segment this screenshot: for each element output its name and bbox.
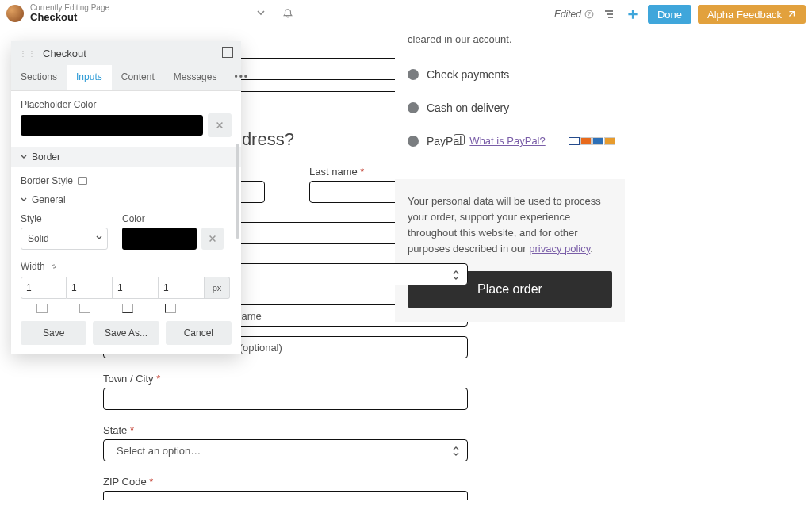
tab-content[interactable]: Content: [112, 65, 164, 90]
chevron-down-icon: [21, 197, 27, 203]
mastercard-icon: [580, 137, 592, 145]
border-section-toggle[interactable]: Border: [11, 147, 241, 167]
done-button[interactable]: Done: [648, 5, 691, 24]
add-icon[interactable]: [624, 6, 642, 23]
page-title: Checkout: [30, 12, 109, 23]
save-button[interactable]: Save: [21, 321, 86, 345]
border-right-icon[interactable]: [79, 304, 90, 313]
width-label-row: Width: [21, 261, 232, 272]
border-left-icon[interactable]: [165, 304, 176, 313]
link-icon[interactable]: [50, 262, 58, 270]
edit-panel: ⋮⋮ Checkout Sections Inputs Content Mess…: [11, 41, 241, 354]
notifications-icon[interactable]: [279, 8, 297, 19]
scrollbar-thumb[interactable]: [236, 144, 239, 239]
top-bar: Currently Editing Page Checkout Edited ?…: [0, 0, 812, 25]
cancel-button[interactable]: Cancel: [166, 321, 232, 345]
placeholder-color-label: Placeholder Color: [21, 99, 232, 110]
border-side-icons: [21, 304, 232, 313]
pay-cod[interactable]: Cash on delivery: [408, 101, 615, 114]
width-inputs: 1 1 1 1 px: [21, 277, 232, 299]
color-label: Color: [122, 213, 224, 224]
panel-body: Placeholder Color Border Border Style Ge…: [11, 91, 241, 313]
chevron-updown-icon: [450, 267, 462, 283]
amex-icon: [592, 137, 603, 145]
border-bottom-icon[interactable]: [122, 304, 133, 313]
pay-check[interactable]: Check payments: [408, 68, 615, 81]
placeholder-color-swatch[interactable]: [21, 115, 203, 136]
app-logo-icon: [6, 5, 24, 22]
border-top-icon[interactable]: [36, 304, 48, 313]
title-dropdown[interactable]: [252, 8, 270, 17]
width-left[interactable]: 1: [159, 277, 205, 299]
title-block: Currently Editing Page Checkout: [30, 3, 109, 23]
border-subsection: Border Style General Style Solid Color: [21, 167, 232, 313]
external-link-icon: [787, 10, 796, 19]
width-right[interactable]: 1: [67, 277, 113, 299]
discover-icon: [604, 137, 615, 145]
window-icon[interactable]: [222, 47, 233, 60]
clear-border-color[interactable]: [201, 228, 224, 250]
outline-icon[interactable]: [600, 6, 618, 23]
width-unit[interactable]: px: [205, 277, 230, 299]
panel-title: Checkout: [43, 48, 86, 59]
style-label: Style: [21, 213, 116, 224]
placeholder-color-row: [21, 113, 232, 137]
width-bottom[interactable]: 1: [113, 277, 159, 299]
general-toggle[interactable]: General: [21, 194, 232, 205]
state-select[interactable]: Select an option…: [103, 439, 468, 461]
clear-placeholder-color[interactable]: [208, 113, 232, 137]
tab-messages[interactable]: Messages: [164, 65, 227, 90]
topbar-left: Currently Editing Page Checkout: [6, 3, 109, 23]
tab-sections[interactable]: Sections: [11, 65, 67, 90]
alpha-feedback-button[interactable]: Alpha Feedback: [698, 5, 806, 24]
style-color-row: Style Solid Color: [21, 213, 232, 250]
edited-label: Edited: [554, 9, 581, 20]
cleared-note: cleared in our account.: [408, 32, 615, 48]
chevron-down-icon: [21, 154, 27, 160]
visa-icon: [569, 137, 580, 145]
border-style-select[interactable]: Solid: [21, 228, 108, 250]
topbar-right: Edited ? Done Alpha Feedback: [554, 5, 806, 24]
panel-tabs: Sections Inputs Content Messages •••: [11, 65, 241, 91]
tab-more[interactable]: •••: [226, 65, 257, 90]
privacy-link[interactable]: privacy policy: [529, 243, 590, 255]
radio-icon: [408, 69, 419, 80]
chevron-updown-icon: [450, 443, 462, 459]
tab-inputs[interactable]: Inputs: [67, 65, 112, 90]
responsive-icon[interactable]: [78, 177, 87, 185]
svg-text:?: ?: [588, 11, 591, 17]
border-color-swatch[interactable]: [122, 228, 197, 250]
privacy-box: Your personal data will be used to proce…: [395, 179, 625, 323]
drag-handle-icon[interactable]: ⋮⋮: [19, 49, 36, 58]
paypal-whatis-link[interactable]: What is PayPal?: [469, 135, 545, 147]
panel-footer: Save Save As... Cancel: [11, 313, 241, 354]
panel-header[interactable]: ⋮⋮ Checkout: [11, 41, 241, 65]
save-as-button[interactable]: Save As...: [93, 321, 159, 345]
width-top[interactable]: 1: [21, 277, 67, 299]
border-style-label: Border Style: [21, 175, 232, 186]
ship-different-checkbox[interactable]: [454, 134, 465, 145]
radio-icon: [408, 102, 419, 113]
card-logos: [569, 137, 615, 145]
chevron-down-icon: [96, 235, 102, 241]
help-icon[interactable]: ?: [584, 10, 594, 19]
edited-status: Edited ?: [554, 9, 594, 20]
